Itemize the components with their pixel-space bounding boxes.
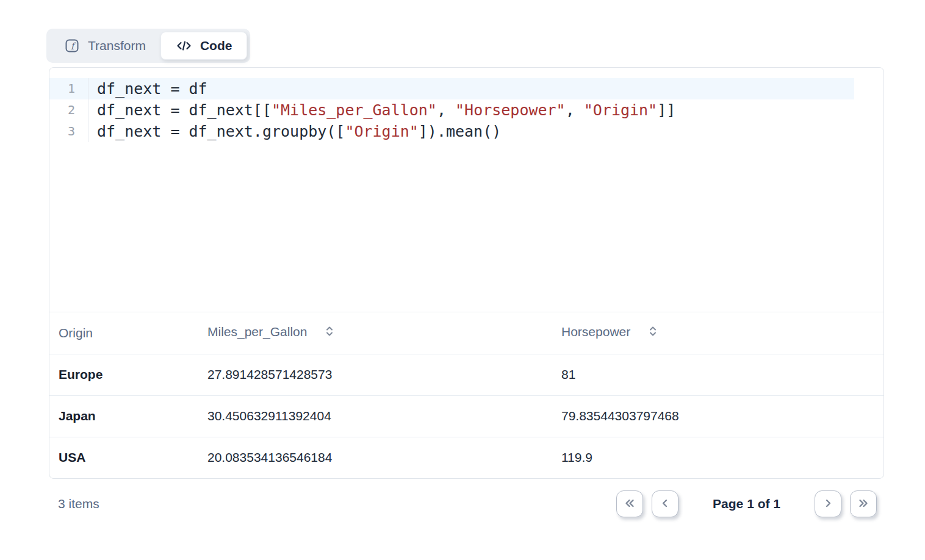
last-page-button[interactable] xyxy=(850,490,877,517)
table-header-row: Origin Miles_per_Gallon Horsepower xyxy=(49,312,884,354)
page-indicator: Page 1 of 1 xyxy=(713,497,780,511)
cell-origin: Japan xyxy=(49,395,198,437)
line-number: 1 xyxy=(49,78,88,99)
code-token: ]] xyxy=(657,101,675,119)
previous-page-button[interactable] xyxy=(652,490,678,517)
pagination-bar: 3 items Page 1 of 1 xyxy=(49,487,884,521)
tab-code-label: Code xyxy=(200,38,232,53)
table-row: USA 20.083534136546184 119.9 xyxy=(49,437,884,478)
code-token: df_next = df xyxy=(97,80,207,98)
code-token-string: "Horsepower" xyxy=(455,101,566,119)
column-header-origin: Origin xyxy=(49,312,198,354)
cell-miles-per-gallon: 27.891428571428573 xyxy=(198,354,552,395)
code-line: 3 df_next = df_next.groupby(["Origin"]).… xyxy=(49,121,884,142)
code-line: 1 df_next = df xyxy=(49,78,884,99)
column-header-label: Horsepower xyxy=(561,325,630,339)
items-count: 3 items xyxy=(58,497,99,511)
table-row: Europe 27.891428571428573 81 xyxy=(49,354,884,395)
column-header-horsepower[interactable]: Horsepower xyxy=(552,312,884,354)
sort-icon[interactable] xyxy=(646,325,660,341)
code-token: df_next = df_next[[ xyxy=(97,101,272,119)
code-token: , xyxy=(566,101,584,119)
code-editor[interactable]: 1 df_next = df 2 df_next = df_next[["Mil… xyxy=(49,68,884,312)
line-number: 3 xyxy=(49,121,88,142)
code-token-string: "Miles_per_Gallon" xyxy=(272,101,437,119)
tab-transform[interactable]: f Transform xyxy=(49,32,160,60)
code-token: ]).mean() xyxy=(419,123,501,140)
view-tab-bar: f Transform Code xyxy=(46,29,250,63)
code-line-content: df_next = df_next.groupby(["Origin"]).me… xyxy=(88,121,501,142)
cell-miles-per-gallon: 20.083534136546184 xyxy=(198,437,552,478)
svg-text:f: f xyxy=(71,41,77,52)
double-chevron-right-icon xyxy=(857,497,870,512)
cell-horsepower: 79.83544303797468 xyxy=(552,395,884,437)
result-table: Origin Miles_per_Gallon Horsepower xyxy=(49,312,884,478)
double-chevron-left-icon xyxy=(623,497,636,512)
line-number: 2 xyxy=(49,99,88,121)
sort-icon[interactable] xyxy=(323,325,336,341)
column-header-label: Miles_per_Gallon xyxy=(207,325,307,339)
code-line-content: df_next = df xyxy=(88,78,207,99)
code-token-string: "Origin" xyxy=(345,123,418,140)
chevron-right-icon xyxy=(821,497,835,512)
code-line-content: df_next = df_next[["Miles_per_Gallon", "… xyxy=(88,99,675,121)
code-token: df_next = df_next.groupby([ xyxy=(97,123,345,140)
next-page-button[interactable] xyxy=(815,490,841,517)
chevron-left-icon xyxy=(658,497,672,512)
code-token: , xyxy=(437,101,455,119)
first-page-button[interactable] xyxy=(616,490,643,517)
pagination-controls: Page 1 of 1 xyxy=(616,490,877,517)
column-header-label: Origin xyxy=(59,326,93,340)
cell-horsepower: 119.9 xyxy=(552,437,884,478)
function-icon: f xyxy=(64,38,80,54)
tab-transform-label: Transform xyxy=(88,38,146,53)
cell-miles-per-gallon: 30.450632911392404 xyxy=(198,395,552,437)
cell-origin: Europe xyxy=(49,354,198,395)
cell-origin: USA xyxy=(49,437,198,478)
cell-horsepower: 81 xyxy=(552,354,884,395)
code-line: 2 df_next = df_next[["Miles_per_Gallon",… xyxy=(49,99,884,121)
code-token-string: "Origin" xyxy=(584,101,657,119)
table-row: Japan 30.450632911392404 79.835443037974… xyxy=(49,395,884,437)
tab-code[interactable]: Code xyxy=(160,32,248,60)
column-header-miles-per-gallon[interactable]: Miles_per_Gallon xyxy=(198,312,552,354)
code-icon xyxy=(176,38,192,54)
transform-panel: 1 df_next = df 2 df_next = df_next[["Mil… xyxy=(49,67,884,479)
